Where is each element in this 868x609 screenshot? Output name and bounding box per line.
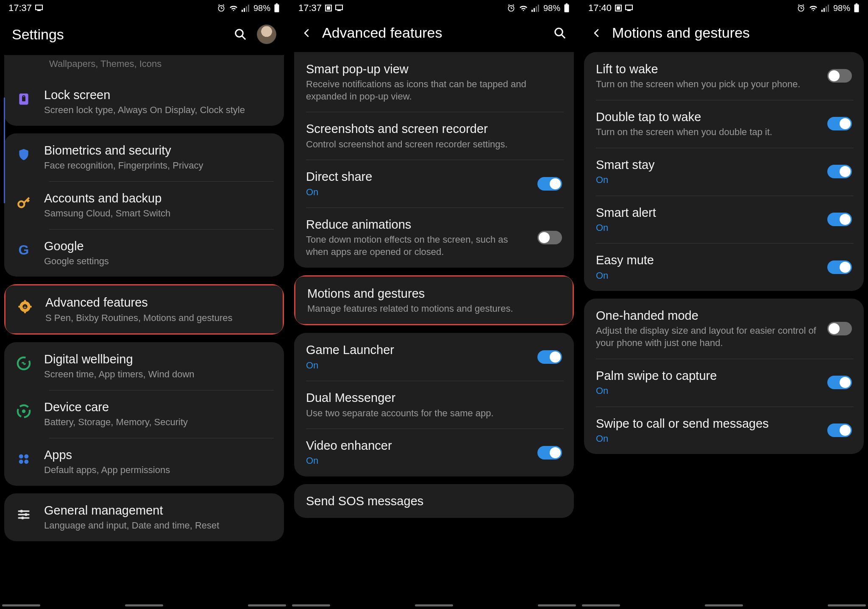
content-scroll[interactable]: Smart pop-up viewReceive notifications a… <box>290 52 578 534</box>
search-button[interactable] <box>234 28 247 41</box>
toggle-switch[interactable] <box>827 165 852 178</box>
svg-line-63 <box>803 5 804 6</box>
settings-row[interactable]: Smart pop-up viewReceive notifications a… <box>294 52 574 112</box>
google-icon: G <box>14 240 34 260</box>
row-label: Video enhancer <box>306 438 527 453</box>
settings-row[interactable]: Smart alertOn <box>584 196 864 244</box>
gear-plus-icon: + <box>15 296 35 317</box>
search-button[interactable] <box>554 27 566 39</box>
svg-point-17 <box>18 201 24 207</box>
row-sub: Battery, Storage, Memory, Security <box>44 416 272 429</box>
row-sub: Control screenshot and screen recorder s… <box>306 138 562 151</box>
shield-icon <box>14 144 34 165</box>
settings-row[interactable]: Biometrics and securityFace recognition,… <box>4 133 284 181</box>
settings-row[interactable]: Device careBattery, Storage, Memory, Sec… <box>4 390 284 438</box>
row-sub: Turn on the screen when you double tap i… <box>596 126 817 138</box>
back-button[interactable] <box>592 28 602 38</box>
screen-motions-gestures: 17:40 98% Motions and gestures Lift to w… <box>580 0 868 609</box>
row-sub: Manage features related to motions and g… <box>307 303 561 315</box>
svg-rect-51 <box>565 4 569 12</box>
alarm-icon <box>507 4 515 12</box>
toggle-switch[interactable] <box>827 424 852 437</box>
row-label: Reduce animations <box>306 217 527 232</box>
svg-line-14 <box>242 36 245 39</box>
battery-icon <box>564 3 570 13</box>
wellbeing-icon <box>14 353 34 374</box>
row-label: Device care <box>44 399 272 415</box>
toggle-switch[interactable] <box>827 376 852 389</box>
row-label: Biometrics and security <box>44 143 272 158</box>
settings-row[interactable]: Motions and gesturesManage features rela… <box>294 275 574 326</box>
row-sub: On <box>306 186 527 199</box>
row-sub: Tone down motion effects on the screen, … <box>306 234 527 258</box>
wifi-icon <box>229 4 238 12</box>
svg-rect-1 <box>37 10 41 11</box>
settings-row[interactable]: One-handed modeAdjust the display size a… <box>584 299 864 358</box>
back-button[interactable] <box>302 28 312 38</box>
toggle-switch[interactable] <box>537 231 562 244</box>
settings-row[interactable]: Direct shareOn <box>294 160 574 208</box>
settings-row[interactable]: Game LauncherOn <box>294 333 574 381</box>
settings-row[interactable]: Video enhancerOn <box>294 429 574 476</box>
settings-row[interactable]: Lift to wakeTurn on the screen when you … <box>584 52 864 100</box>
cast-icon <box>625 5 633 11</box>
settings-row[interactable]: Double tap to wakeTurn on the screen whe… <box>584 100 864 148</box>
row-sub: Google settings <box>44 255 272 268</box>
row-sub: Language and input, Date and time, Reset <box>44 520 272 532</box>
toggle-switch[interactable] <box>827 213 852 226</box>
row-sub: Screen time, App timers, Wind down <box>44 368 272 381</box>
row-label: Palm swipe to capture <box>596 368 817 383</box>
settings-row[interactable]: Easy muteOn <box>584 243 864 291</box>
settings-row[interactable]: + Advanced featuresS Pen, Bixby Routines… <box>4 284 284 335</box>
settings-row[interactable]: Send SOS messages <box>294 484 574 518</box>
row-label: Dual Messenger <box>306 390 562 405</box>
settings-row[interactable]: Digital wellbeingScreen time, App timers… <box>4 342 284 390</box>
row-sub: Turn on the screen when you pick up your… <box>596 78 817 91</box>
settings-row[interactable]: Lock screenScreen lock type, Always On D… <box>4 78 284 126</box>
toggle-switch[interactable] <box>827 117 852 130</box>
settings-row[interactable]: General managementLanguage and input, Da… <box>4 493 284 541</box>
row-label: Accounts and backup <box>44 191 272 206</box>
profile-avatar[interactable] <box>257 25 276 44</box>
toggle-switch[interactable] <box>827 322 852 335</box>
toggle-switch[interactable] <box>537 350 562 364</box>
settings-row[interactable]: G GoogleGoogle settings <box>4 229 284 277</box>
row-label: General management <box>44 503 272 518</box>
screenshot-indicator-icon <box>325 5 332 11</box>
settings-row[interactable]: Reduce animationsTone down motion effect… <box>294 208 574 267</box>
settings-row[interactable]: Screenshots and screen recorderControl s… <box>294 112 574 160</box>
row-sub: Screen lock type, Always On Display, Clo… <box>44 104 272 116</box>
row-sub: On <box>306 455 527 467</box>
content-scroll[interactable]: Lift to wakeTurn on the screen when you … <box>580 52 868 470</box>
toggle-switch[interactable] <box>537 446 562 460</box>
svg-rect-69 <box>856 3 857 4</box>
settings-row[interactable]: Palm swipe to captureOn <box>584 359 864 407</box>
svg-rect-65 <box>823 8 825 12</box>
svg-rect-48 <box>534 8 535 12</box>
row-label: Game Launcher <box>306 342 527 357</box>
toggle-switch[interactable] <box>827 260 852 274</box>
toggle-switch[interactable] <box>827 69 852 83</box>
settings-row[interactable]: AppsDefault apps, App permissions <box>4 438 284 486</box>
status-bar: 17:37 98% <box>290 0 578 16</box>
toggle-switch[interactable] <box>537 177 562 191</box>
svg-rect-0 <box>36 5 42 10</box>
page-title: Settings <box>12 26 224 43</box>
settings-row[interactable]: Dual MessengerUse two separate accounts … <box>294 381 574 429</box>
svg-point-27 <box>22 410 26 413</box>
row-label: Lift to wake <box>596 61 817 77</box>
content-scroll[interactable]: Wallpapers, Themes, Icons Lock screenScr… <box>0 55 288 557</box>
svg-point-36 <box>25 513 28 516</box>
settings-row[interactable]: Swipe to call or send messagesOn <box>584 407 864 454</box>
row-sub: On <box>306 360 527 372</box>
svg-rect-40 <box>336 5 342 10</box>
apps-icon <box>14 449 34 469</box>
signal-icon <box>531 4 540 12</box>
settings-row[interactable]: Accounts and backupSamsung Cloud, Smart … <box>4 181 284 229</box>
settings-row[interactable]: Smart stayOn <box>584 148 864 196</box>
svg-line-46 <box>513 5 514 6</box>
svg-text:+: + <box>23 304 27 310</box>
svg-rect-47 <box>531 10 533 12</box>
row-label: Motions and gestures <box>307 286 561 301</box>
svg-rect-64 <box>821 10 823 12</box>
